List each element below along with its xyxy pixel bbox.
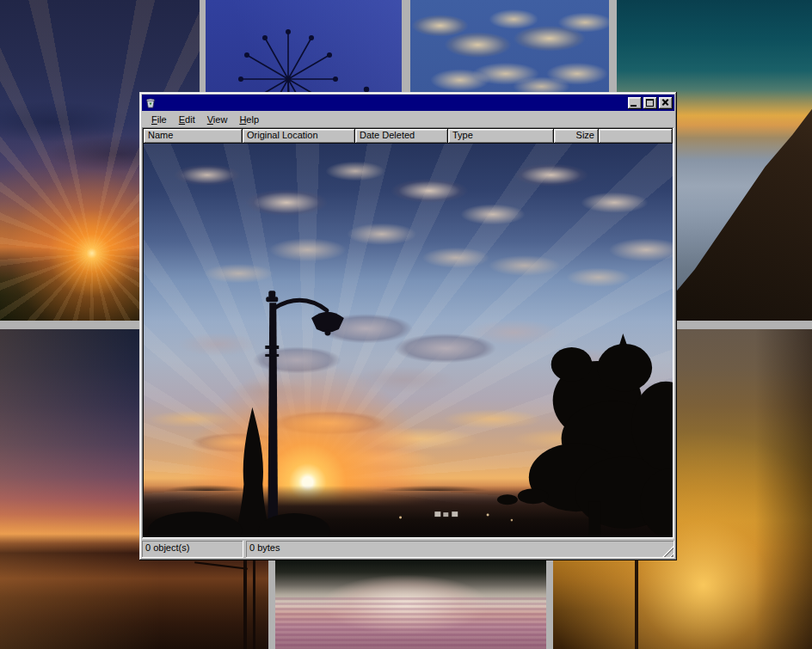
file-list-view[interactable]: Name Original Location Date Deleted Type… bbox=[142, 127, 674, 539]
list-area-sunset-photo[interactable] bbox=[144, 144, 673, 537]
window-controls bbox=[628, 97, 673, 109]
column-header-name[interactable]: Name bbox=[144, 129, 243, 144]
distant-town-lights bbox=[399, 511, 513, 521]
status-byte-count: 0 bytes bbox=[246, 541, 674, 558]
title-bar[interactable] bbox=[142, 95, 674, 111]
status-object-count: 0 object(s) bbox=[142, 541, 243, 558]
minimize-icon bbox=[631, 105, 637, 107]
minimize-button[interactable] bbox=[628, 97, 642, 109]
column-header-type[interactable]: Type bbox=[448, 129, 554, 144]
menu-bar: File Edit View Help bbox=[142, 111, 674, 127]
column-header-blank[interactable] bbox=[599, 129, 673, 144]
maximize-button[interactable] bbox=[643, 97, 657, 109]
column-header-original-location[interactable]: Original Location bbox=[243, 129, 355, 144]
lake-pole bbox=[253, 551, 255, 649]
recycle-bin-window: File Edit View Help Name Original Locati… bbox=[139, 92, 677, 560]
cypress-tree-silhouette bbox=[148, 407, 330, 537]
right-trees-silhouette bbox=[497, 334, 673, 537]
status-bar: 0 object(s) 0 bytes bbox=[142, 541, 674, 558]
maximize-icon bbox=[646, 99, 654, 107]
close-icon bbox=[659, 97, 673, 109]
silhouette-overlay bbox=[144, 144, 673, 537]
lake-stick bbox=[194, 561, 248, 570]
desktop: { "theme": { "titlebar_color": "#010080"… bbox=[0, 0, 812, 649]
menu-view[interactable]: View bbox=[202, 113, 233, 126]
menu-file[interactable]: File bbox=[146, 113, 172, 126]
column-header-size[interactable]: Size bbox=[554, 129, 599, 144]
column-header-date-deleted[interactable]: Date Deleted bbox=[355, 129, 448, 144]
street-lamp-silhouette bbox=[265, 291, 344, 537]
close-button[interactable] bbox=[659, 97, 673, 109]
menu-help[interactable]: Help bbox=[234, 113, 264, 126]
recycle-bin-icon bbox=[145, 97, 157, 109]
column-header-row: Name Original Location Date Deleted Type… bbox=[144, 129, 673, 144]
menu-edit[interactable]: Edit bbox=[174, 113, 200, 126]
